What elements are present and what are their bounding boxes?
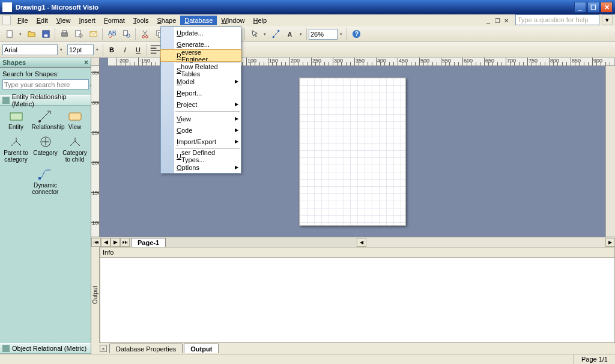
scroll-right-button[interactable]: ▶ <box>605 238 615 247</box>
scroll-left-button[interactable]: ◀ <box>357 238 366 247</box>
text-tool-button[interactable]: A <box>283 28 297 41</box>
shape-dynamic-connector[interactable]: Dynamic connector <box>32 168 59 195</box>
font-size-selector[interactable]: 12pt <box>67 44 94 55</box>
text-tool-dropdown[interactable]: ▾ <box>297 28 304 41</box>
db-menu-options[interactable]: Options▶ <box>161 162 241 173</box>
search-shapes-input[interactable] <box>2 79 89 89</box>
help-search-input[interactable]: Type a question for help <box>515 14 599 25</box>
title-bar: Drawing1 - Microsoft Visio _ ☐ ✕ <box>0 0 615 14</box>
menu-help[interactable]: Help <box>249 16 271 25</box>
db-menu-report-[interactable]: Report... <box>161 87 241 99</box>
next-page-button[interactable]: ▶ <box>111 238 120 247</box>
output-info-label: Info <box>100 247 615 258</box>
minimize-button[interactable]: _ <box>574 2 586 13</box>
mdi-restore[interactable]: ❐ <box>493 16 501 25</box>
vertical-scrollbar[interactable] <box>605 66 615 237</box>
menu-insert[interactable]: Insert <box>74 16 100 25</box>
close-button[interactable]: ✕ <box>601 2 613 13</box>
new-dropdown[interactable]: ▾ <box>17 28 24 41</box>
connector-tool-button[interactable] <box>269 28 282 41</box>
first-page-button[interactable]: ⏮ <box>91 238 101 247</box>
italic-button[interactable]: I <box>118 43 132 56</box>
svg-rect-19 <box>272 36 274 38</box>
shape-view[interactable]: View <box>61 109 89 130</box>
print-preview-button[interactable] <box>72 28 85 41</box>
new-button[interactable] <box>3 28 16 41</box>
svg-rect-0 <box>7 31 11 37</box>
drawing-page[interactable] <box>299 77 406 226</box>
font-selector[interactable]: Arial <box>2 44 58 55</box>
menu-database[interactable]: Database <box>180 16 217 25</box>
bold-button[interactable]: B <box>105 43 118 56</box>
status-bar: Page 1/1 <box>0 354 615 364</box>
maximize-button[interactable]: ☐ <box>587 2 599 13</box>
sheet-tab-bar: ⏮ ◀ ▶ ⏭ Page-1 ◀ ▶ <box>91 237 615 247</box>
mdi-close[interactable]: ✕ <box>502 16 510 25</box>
db-menu-reverse-engineer-[interactable]: Reverse Engineer... <box>161 50 241 61</box>
shapes-panel-header: Shapes × <box>0 58 91 68</box>
db-menu-import-export[interactable]: Import/Export▶ <box>161 136 241 147</box>
zoom-dropdown[interactable]: ▾ <box>338 28 345 41</box>
output-text-area[interactable] <box>100 258 615 343</box>
vertical-ruler: 350300250200150100 <box>91 66 100 237</box>
tab-database-properties[interactable]: Database Properties <box>109 344 183 353</box>
shape-relationship[interactable]: Relationship <box>32 109 59 130</box>
db-menu-model[interactable]: Model▶ <box>161 76 241 87</box>
horizontal-scrollbar[interactable] <box>366 238 605 247</box>
db-menu-update-[interactable]: Update... <box>161 27 241 38</box>
shape-entity[interactable]: Entity <box>2 109 30 130</box>
output-tabs: × Database Properties Output <box>91 343 615 354</box>
spelling-button[interactable]: ABC <box>105 28 118 41</box>
menu-file[interactable]: File <box>13 16 32 25</box>
last-page-button[interactable]: ⏭ <box>120 238 130 247</box>
stencil-entity-relationship[interactable]: Entity Relationship (Metric) <box>0 95 91 106</box>
cut-button[interactable] <box>138 28 151 41</box>
standard-toolbar: ▾ ABC ▾ ▾ ▾ A ▾ 26% ▾ ? <box>0 26 615 42</box>
menu-format[interactable]: Format <box>100 16 129 25</box>
menu-view[interactable]: View <box>52 16 75 25</box>
print-button[interactable] <box>58 28 71 41</box>
db-menu-code[interactable]: Code▶ <box>161 124 241 136</box>
pointer-dropdown[interactable]: ▾ <box>261 28 268 41</box>
font-size-dropdown[interactable]: ▾ <box>94 43 101 56</box>
open-button[interactable] <box>25 28 38 41</box>
research-button[interactable] <box>120 28 133 41</box>
font-dropdown[interactable]: ▾ <box>58 43 65 56</box>
help-dropdown[interactable]: ▾ <box>602 14 613 25</box>
svg-rect-9 <box>123 31 127 35</box>
shape-category-to-child[interactable]: Category to child <box>61 135 89 163</box>
menu-bar: FileEditViewInsertFormatToolsShapeDataba… <box>0 14 615 26</box>
shape-category[interactable]: Category <box>32 135 59 163</box>
zoom-input[interactable]: 26% <box>309 29 338 40</box>
prev-page-button[interactable]: ◀ <box>101 238 111 247</box>
menu-edit[interactable]: Edit <box>32 16 52 25</box>
output-panel: Output Info <box>91 247 615 343</box>
pointer-tool-button[interactable] <box>247 28 261 41</box>
svg-rect-24 <box>10 113 22 120</box>
db-menu-show-related-tables[interactable]: Show Related Tables <box>161 64 241 76</box>
shape-label: Dynamic connector <box>32 182 59 195</box>
menu-window[interactable]: Window <box>217 16 249 25</box>
mdi-minimize[interactable]: _ <box>484 16 492 25</box>
page-tab[interactable]: Page-1 <box>131 238 166 247</box>
db-menu-project[interactable]: Project▶ <box>161 99 241 110</box>
shape-parent-to-category[interactable]: Parent to category <box>2 135 30 163</box>
toolbar-gripper[interactable] <box>2 16 11 25</box>
help-button[interactable]: ? <box>350 28 363 41</box>
shapes-panel-close[interactable]: × <box>84 58 88 67</box>
stencil-body: EntityRelationshipViewParent to category… <box>0 106 91 343</box>
output-tab-close[interactable]: × <box>100 345 107 352</box>
db-menu-user-defined-types-[interactable]: User Defined Types... <box>161 150 241 162</box>
menu-shape[interactable]: Shape <box>153 16 180 25</box>
stencil-object-relational[interactable]: Object Relational (Metric) <box>0 343 91 354</box>
db-menu-view[interactable]: View▶ <box>161 113 241 124</box>
database-menu-dropdown: Update...Generate...Reverse Engineer...S… <box>160 26 241 174</box>
underline-button[interactable]: U <box>132 43 145 56</box>
svg-rect-26 <box>69 113 81 120</box>
svg-rect-5 <box>75 31 80 37</box>
tab-output[interactable]: Output <box>184 344 219 353</box>
email-button[interactable] <box>86 28 100 41</box>
save-button[interactable] <box>39 28 52 41</box>
menu-tools[interactable]: Tools <box>129 16 153 25</box>
status-page-indicator: Page 1/1 <box>574 354 615 364</box>
